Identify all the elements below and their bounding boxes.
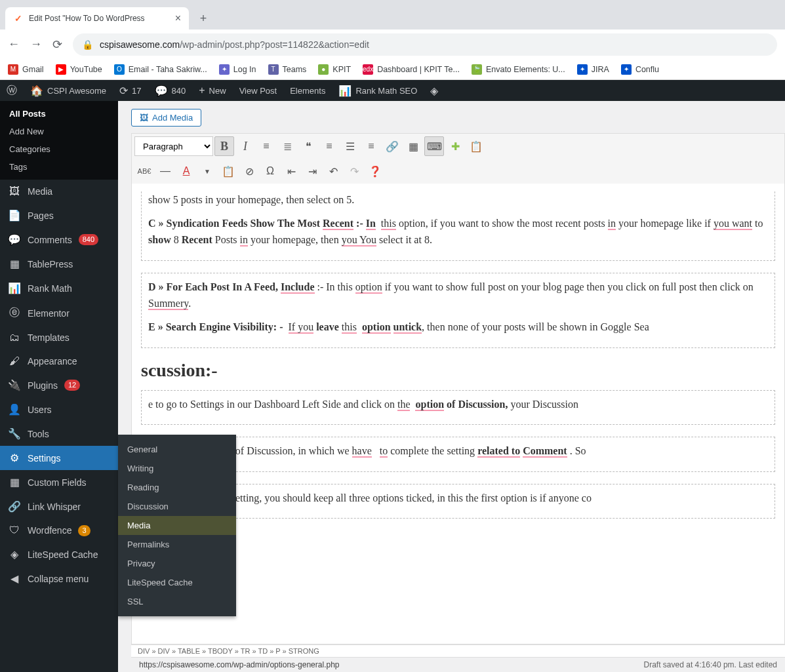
forward-button[interactable]: → xyxy=(30,37,42,51)
settings-flyout-item[interactable]: SSL xyxy=(118,592,236,611)
new-tab-button[interactable]: + xyxy=(194,9,212,28)
wp-admin-bar: ⓦ 🏠CSPI Awesome ⟳17 💬840 +New View Post … xyxy=(0,80,785,101)
abc-button[interactable]: AB€ xyxy=(134,161,154,181)
dropdown-icon[interactable]: ▼ xyxy=(197,161,217,181)
bookmark-item[interactable]: ✦Log In xyxy=(219,64,256,75)
sidebar-item-media[interactable]: 🖼Media xyxy=(0,180,118,203)
pages-icon: 📄 xyxy=(8,209,21,222)
settings-flyout-item[interactable]: Discussion xyxy=(118,497,236,516)
sidebar-item-templates[interactable]: 🗂Templates xyxy=(0,326,118,349)
updates-link[interactable]: ⟳17 xyxy=(113,80,148,101)
sidebar-item-litespeed[interactable]: ◈LiteSpeed Cache xyxy=(0,542,118,566)
settings-flyout-item[interactable]: Permalinks xyxy=(118,535,236,554)
add-media-button[interactable]: 🖼 Add Media xyxy=(131,109,201,127)
bookmark-item[interactable]: ✦Conflu xyxy=(621,64,659,75)
align-right-button[interactable]: ≡ xyxy=(361,136,381,156)
sidebar-item-customfields[interactable]: ▦Custom Fields xyxy=(0,470,118,494)
posts-submenu-item[interactable]: Add New xyxy=(0,123,118,140)
bookmark-item[interactable]: OEmail - Taha Sakriw... xyxy=(114,64,207,75)
paste-button[interactable]: 📋 xyxy=(466,136,486,156)
bookmark-item[interactable]: TTeams xyxy=(268,64,307,75)
plugins-icon: 🔌 xyxy=(8,379,21,391)
paste-text-button[interactable]: 📋 xyxy=(218,161,238,181)
special-char-button[interactable]: Ω xyxy=(260,161,280,181)
sidebar-item-wordfence[interactable]: 🛡Wordfence 3 xyxy=(0,519,118,542)
reload-button[interactable]: ⟳ xyxy=(52,37,62,52)
link-button[interactable]: 🔗 xyxy=(382,136,402,156)
sidebar-item-plugins[interactable]: 🔌Plugins 12 xyxy=(0,373,118,397)
toolbar-toggle-button[interactable]: ⌨ xyxy=(424,136,444,156)
settings-flyout-item[interactable]: Media xyxy=(118,516,236,535)
litespeed-icon: ◈ xyxy=(8,548,21,561)
undo-button[interactable]: ↶ xyxy=(323,161,343,181)
redo-button[interactable]: ↷ xyxy=(344,161,364,181)
rank-math-link[interactable]: 📊Rank Math SEO xyxy=(332,80,424,101)
sidebar-item-tablepress[interactable]: ▦TablePress xyxy=(0,252,118,276)
sidebar-item-collapse[interactable]: ◀Collapse menu xyxy=(0,566,118,591)
settings-flyout-item[interactable]: Reading xyxy=(118,478,236,497)
bookmark-item[interactable]: 🍃Envato Elements: U... xyxy=(472,64,565,75)
sidebar-item-rankmath[interactable]: 📊Rank Math xyxy=(0,276,118,300)
settings-flyout-item[interactable]: Writing xyxy=(118,459,236,478)
browser-tab[interactable]: ✓ Edit Post "How To Do WordPress × xyxy=(5,7,189,30)
bookmark-item[interactable]: ✦JIRA xyxy=(577,64,609,75)
element-path[interactable]: DIV » DIV » TABLE » TBODY » TR » TD » P … xyxy=(131,644,785,657)
posts-submenu-item[interactable]: All Posts xyxy=(0,105,118,123)
chart-icon: 📊 xyxy=(338,85,352,97)
sidebar-item-users[interactable]: 👤Users xyxy=(0,397,118,422)
sidebar-item-settings[interactable]: ⚙Settings xyxy=(0,446,118,470)
quote-button[interactable]: ❝ xyxy=(298,136,318,156)
site-name[interactable]: 🏠CSPI Awesome xyxy=(24,80,113,101)
bookmark-item[interactable]: MGmail xyxy=(8,64,44,75)
sidebar-item-label: Elementor xyxy=(28,308,70,319)
bookmark-item[interactable]: ●KPIT xyxy=(318,64,351,75)
sidebar-item-label: Tools xyxy=(28,429,49,439)
posts-submenu-item[interactable]: Tags xyxy=(0,158,118,176)
sidebar-item-pages[interactable]: 📄Pages xyxy=(0,203,118,227)
italic-button[interactable]: I xyxy=(235,136,255,156)
sidebar-item-label: Settings xyxy=(28,453,61,464)
text-color-button[interactable]: A xyxy=(176,161,196,181)
settings-flyout-item[interactable]: LiteSpeed Cache xyxy=(118,573,236,592)
misc-icon[interactable]: ◈ xyxy=(424,80,445,101)
settings-flyout-item[interactable]: Privacy xyxy=(118,554,236,573)
settings-icon: ⚙ xyxy=(8,452,21,464)
align-left-button[interactable]: ≡ xyxy=(319,136,339,156)
comments-link[interactable]: 💬840 xyxy=(148,80,193,101)
bullet-list-button[interactable]: ≡ xyxy=(256,136,276,156)
align-center-button[interactable]: ☰ xyxy=(340,136,360,156)
back-button[interactable]: ← xyxy=(8,37,20,51)
settings-flyout-item[interactable]: General xyxy=(118,440,236,459)
numbered-list-button[interactable]: ≣ xyxy=(277,136,297,156)
sidebar-item-elementor[interactable]: ⓔElementor xyxy=(0,300,118,326)
format-select[interactable]: Paragraph xyxy=(134,136,213,156)
clear-format-button[interactable]: ⊘ xyxy=(239,161,259,181)
posts-submenu-item[interactable]: Categories xyxy=(0,140,118,158)
hr-button[interactable]: — xyxy=(155,161,175,181)
bookmark-item[interactable]: ▶YouTube xyxy=(56,64,102,75)
help-button[interactable]: ❓ xyxy=(365,161,385,181)
elements-link[interactable]: Elements xyxy=(283,80,332,101)
bookmark-item[interactable]: edxDashboard | KPIT Te... xyxy=(363,64,460,75)
address-bar[interactable]: 🔒 cspisawesome.com/wp-admin/post.php?pos… xyxy=(73,33,777,56)
view-post[interactable]: View Post xyxy=(233,80,284,101)
sidebar-item-linkwhisper[interactable]: 🔗Link Whisper xyxy=(0,494,118,519)
bookmark-icon: M xyxy=(8,64,18,75)
new-content[interactable]: +New xyxy=(192,80,232,101)
count-badge: 3 xyxy=(78,525,90,536)
hover-link: https://cspisawesome.com/wp-admin/option… xyxy=(139,660,339,669)
close-icon[interactable]: × xyxy=(175,12,181,24)
media-icon: 🖼 xyxy=(8,186,21,197)
bookmark-label: KPIT xyxy=(332,65,351,74)
bold-button[interactable]: B xyxy=(214,136,234,156)
outdent-button[interactable]: ⇤ xyxy=(281,161,301,181)
sidebar-item-appearance[interactable]: 🖌Appearance xyxy=(0,349,118,373)
more-button[interactable]: ▦ xyxy=(403,136,423,156)
add-block-button[interactable]: ✚ xyxy=(445,136,465,156)
sidebar-item-comments[interactable]: 💬Comments 840 xyxy=(0,227,118,252)
bookmark-label: Conflu xyxy=(635,65,659,74)
settings-flyout: GeneralWritingReadingDiscussionMediaPerm… xyxy=(118,435,236,616)
wp-logo[interactable]: ⓦ xyxy=(0,80,24,101)
sidebar-item-tools[interactable]: 🔧Tools xyxy=(0,422,118,446)
indent-button[interactable]: ⇥ xyxy=(302,161,322,181)
